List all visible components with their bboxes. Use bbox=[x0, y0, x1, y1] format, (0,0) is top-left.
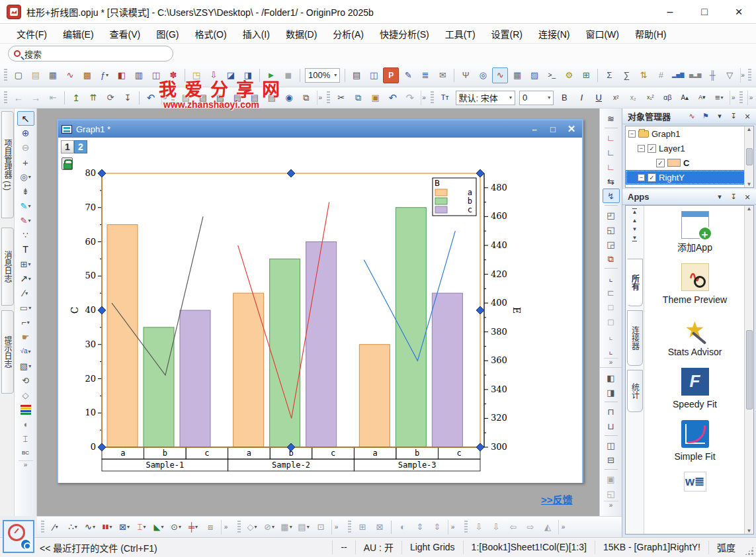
feedback-link[interactable]: >>反馈 bbox=[541, 492, 573, 506]
3d-scatter-plot[interactable]: ◇▾ bbox=[244, 519, 260, 535]
mask-toggle[interactable]: ◐ bbox=[395, 519, 411, 535]
selection-handle[interactable] bbox=[287, 169, 295, 177]
reimport-directly[interactable]: ⟳ bbox=[103, 90, 118, 106]
nudge-right[interactable]: ⇨ bbox=[523, 519, 538, 535]
font-size-select[interactable]: 0▾ bbox=[519, 91, 554, 105]
apps-tab-all[interactable]: 所有 bbox=[627, 259, 643, 306]
maximize-button[interactable]: □ bbox=[687, 0, 722, 24]
tab-message-log[interactable]: 消息日志 bbox=[1, 228, 14, 306]
lock-icon[interactable] bbox=[62, 157, 73, 170]
tree-row-layer1[interactable]: − ✓ Layer1 bbox=[626, 141, 753, 155]
checkbox-icon[interactable]: ✓ bbox=[648, 144, 656, 153]
align-horizontal-center[interactable]: ⊟ bbox=[603, 452, 620, 467]
sum-on-columns[interactable]: ∑ bbox=[618, 67, 634, 83]
rescale-to-show-all[interactable]: ↯ bbox=[603, 189, 620, 203]
3d-frame-plot[interactable]: ⧈ bbox=[202, 519, 218, 535]
frame-axes-dotted[interactable]: ⊏ bbox=[603, 285, 620, 300]
italic[interactable]: I bbox=[573, 90, 589, 106]
stock-plot[interactable]: ╪▾ bbox=[185, 519, 201, 535]
checkbox-icon[interactable]: ✓ bbox=[648, 173, 656, 182]
toolbar-overflow[interactable]: » bbox=[604, 501, 618, 509]
graph-close-button[interactable]: ✕ bbox=[563, 122, 580, 136]
sort-worksheet[interactable]: ⇅ bbox=[636, 67, 651, 83]
toolbar-grip[interactable] bbox=[739, 91, 743, 105]
menu-查看V[interactable]: 查看(V) bbox=[103, 24, 148, 43]
align-top[interactable]: ⊓ bbox=[603, 404, 620, 419]
equation-tool[interactable]: √a▾ bbox=[17, 344, 34, 359]
image-plot[interactable]: ⊡ bbox=[313, 519, 329, 535]
zoom-out-tool[interactable]: ⊖ bbox=[17, 140, 34, 155]
toolbar-overflow[interactable]: » bbox=[747, 91, 754, 105]
toolbar-overflow[interactable]: » bbox=[331, 520, 341, 535]
tab-hint-log[interactable]: 提示日志 bbox=[1, 310, 14, 394]
collapse-icon[interactable]: − bbox=[638, 174, 645, 181]
scroll-up-icon[interactable]: ▲ bbox=[632, 218, 638, 224]
align-left[interactable]: ◧ bbox=[603, 370, 620, 385]
scroll-first-icon[interactable]: ▲ bbox=[632, 208, 638, 215]
template-library[interactable]: ⊠▾ bbox=[116, 519, 132, 535]
add-new-columns[interactable]: ⊞ bbox=[578, 67, 594, 83]
contour-plot[interactable]: ▤▾ bbox=[296, 519, 312, 535]
bar-a-sample-3[interactable] bbox=[359, 345, 390, 447]
graph-minimize-button[interactable]: – bbox=[526, 122, 543, 136]
apps-scrollbar[interactable]: ▲ ▼ bbox=[744, 206, 753, 534]
worksheet-query[interactable]: ▦ bbox=[509, 67, 525, 83]
find-in-project[interactable]: ◎ bbox=[475, 67, 491, 83]
toolbar-grip[interactable] bbox=[327, 91, 330, 105]
slide-show[interactable]: ◫ bbox=[366, 67, 382, 83]
minimize-button[interactable]: – bbox=[653, 0, 687, 24]
select-on-active-plot-tool[interactable]: ✎▾ bbox=[17, 198, 34, 213]
page-tab-2[interactable]: 2 bbox=[74, 140, 87, 153]
back[interactable]: ← bbox=[11, 90, 26, 106]
menu-数据D[interactable]: 数据(D) bbox=[278, 24, 324, 43]
bar-c-sample-3[interactable] bbox=[432, 293, 462, 447]
script-window[interactable]: >_ bbox=[544, 67, 560, 83]
remove-bad-points[interactable]: ⇩ bbox=[488, 519, 504, 535]
data-selector-tool[interactable]: ⇟ bbox=[17, 184, 34, 198]
send-email[interactable]: ✉ bbox=[435, 67, 450, 83]
column-plot[interactable]: ▮▮▾ bbox=[99, 519, 115, 535]
cut[interactable]: ✂ bbox=[333, 90, 349, 106]
add-axis-scale[interactable]: ∟ bbox=[603, 159, 620, 174]
bar-c-sample-1[interactable] bbox=[180, 310, 210, 447]
frame-axes-open[interactable]: ◻ bbox=[603, 314, 620, 329]
toolbar-overflow[interactable]: » bbox=[421, 91, 427, 105]
data-reader-tool[interactable]: ◎▾ bbox=[17, 169, 34, 184]
graph-chart[interactable]: 0102030405060708030032034036038040042044… bbox=[58, 138, 581, 482]
scroll-up-icon[interactable]: ▲ bbox=[747, 206, 752, 212]
superscript[interactable]: x² bbox=[608, 90, 624, 106]
menu-连接N[interactable]: 连接(N) bbox=[531, 24, 577, 43]
panel-menu-icon[interactable]: ▾ bbox=[714, 110, 726, 122]
add-plot-icon[interactable]: ⚑ bbox=[700, 110, 712, 122]
new-notes[interactable]: ▥ bbox=[131, 67, 147, 83]
tree-row-righty[interactable]: − ✓ RightY bbox=[626, 170, 753, 185]
greek-symbols[interactable]: αβ bbox=[659, 90, 675, 106]
graph-finder[interactable]: ∿ bbox=[492, 67, 508, 83]
frame-axes-l[interactable]: ⌞ bbox=[603, 271, 620, 285]
collapse-icon[interactable]: − bbox=[628, 130, 636, 138]
collapse-icon[interactable]: − bbox=[638, 145, 645, 152]
checkbox-icon[interactable]: ✓ bbox=[656, 159, 665, 167]
append-import[interactable]: ↥ bbox=[68, 90, 84, 106]
selection-handle[interactable] bbox=[476, 169, 484, 177]
toolbar-overflow[interactable]: » bbox=[448, 520, 457, 535]
arrow-tool[interactable]: ↗▾ bbox=[17, 271, 34, 286]
app-item-speedy-fit[interactable]: F Speedy Fit bbox=[662, 368, 728, 411]
add-top-x-axis[interactable]: ∟ bbox=[603, 130, 620, 145]
toolbar-grip[interactable] bbox=[348, 521, 351, 534]
new-graph[interactable]: ∿ bbox=[62, 67, 78, 83]
close-icon[interactable]: × bbox=[741, 191, 753, 203]
selection-handle[interactable] bbox=[98, 443, 106, 451]
graph1-window[interactable]: Graph1 * – □ ✕ 1 2 010203040506070803003… bbox=[57, 119, 583, 483]
toolbar-overflow[interactable]: » bbox=[317, 91, 323, 105]
close-button[interactable]: × bbox=[722, 0, 756, 24]
menu-快捷分析S[interactable]: 快捷分析(S) bbox=[372, 24, 437, 43]
distribute-vertical[interactable]: ◱ bbox=[603, 486, 620, 501]
app-item-add-app[interactable]: + 添加App bbox=[662, 211, 728, 254]
forward[interactable]: → bbox=[28, 90, 44, 106]
cluster-tool[interactable]: ∵ bbox=[17, 228, 34, 242]
duplicate-with-data[interactable]: ⧉ bbox=[298, 90, 314, 106]
polyline-tool[interactable]: ⌐▾ bbox=[17, 315, 34, 329]
increase-font[interactable]: A▴ bbox=[677, 90, 693, 106]
frame-axes-box[interactable]: □ bbox=[603, 300, 620, 314]
